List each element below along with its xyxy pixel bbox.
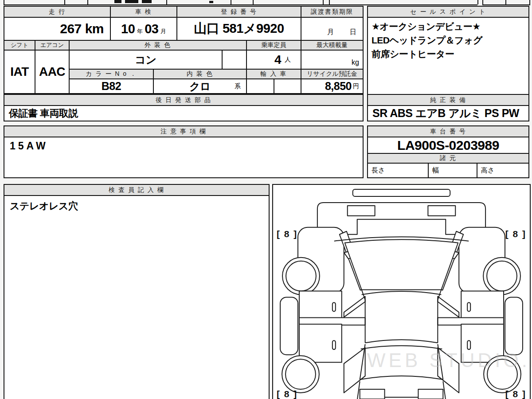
inspection-month-unit: 月 — [160, 28, 166, 35]
inspection-value-cell: 10 年 03 月 — [110, 17, 177, 41]
import-car-cell-1 — [246, 78, 274, 94]
grade-mark-rear-right: [ 8 ] — [505, 389, 526, 399]
later-parts-value: 保証書 車両取説 — [9, 107, 78, 120]
mileage-value-cell: 267 km — [4, 17, 111, 41]
transfer-day-unit: 日 — [350, 28, 356, 36]
notes-value: 15AW — [10, 140, 48, 152]
rear-bumper-left-shape — [360, 389, 385, 399]
max-load-unit: kg — [352, 59, 359, 66]
grade-mark-front-right: [ 8 ] — [505, 229, 526, 239]
sales-point-box: ★オークションデビュー★ LEDヘッドランプ＆フォグ 前席シートヒーター — [367, 17, 529, 95]
interior-color-suffix: 系 — [235, 82, 241, 90]
shift-header: シフト — [4, 40, 35, 51]
exterior-color-value-cell: コン — [69, 50, 223, 70]
sales-point-line: LEDヘッドランプ＆フォグ — [372, 33, 525, 47]
shift-value: IAT — [10, 65, 29, 79]
genuine-equipment-header: 純 正 装 備 — [367, 94, 529, 106]
registration-header: 登 録 番 号 — [176, 6, 301, 18]
max-load-value-cell: kg — [301, 50, 364, 70]
genuine-equipment-value: SR ABS エアB アルミ PS PW — [372, 106, 519, 121]
roof-front-line — [362, 291, 442, 294]
registration-value-cell: 山口 581メ9920 — [176, 17, 301, 41]
aircon-header: エアコン — [35, 40, 70, 51]
transfer-deadline-header: 譲渡書類期限 — [301, 6, 364, 18]
inspection-header: 車 検 — [110, 6, 177, 18]
exterior-color-value: コン — [135, 53, 156, 67]
chassis-header: 車 台 番 号 — [367, 125, 529, 137]
notes-header: 注 意 事 項 欄 — [4, 125, 364, 137]
inspection-year: 10 — [121, 22, 135, 36]
chassis-value: LA900S-0203989 — [397, 138, 499, 153]
registration-value: 山口 581メ9920 — [194, 20, 284, 38]
import-car-header: 輸 入 車 — [246, 69, 301, 79]
inspection-month: 03 — [145, 22, 158, 36]
grade-mark-rear-left: [ 8 ] — [277, 389, 297, 399]
color-no-value: B82 — [102, 80, 121, 93]
car-body-diagram: [ 8 ] [ 8 ] [ 8 ] [ 8 ] — [273, 185, 530, 399]
inspector-notes-box: ステレオレス穴 — [4, 195, 270, 399]
car-diagram-box: [ 8 ] [ 8 ] [ 8 ] [ 8 ] — [272, 184, 531, 399]
recycle-deposit-value: 8,850 — [325, 80, 352, 93]
color-no-value-cell: B82 — [69, 78, 154, 94]
notes-box: 15AW — [4, 137, 364, 178]
sales-point-header: セ ー ル ス ポ イ ン ト — [367, 6, 529, 18]
recycle-deposit-value-cell: 8,850 円 — [301, 78, 364, 94]
recycle-deposit-header: リサイクル預託金 — [301, 69, 364, 79]
spec-length-cell: 長さ — [367, 163, 429, 178]
interior-color-value: クロ — [189, 79, 211, 94]
recycle-deposit-unit: 円 — [353, 82, 359, 90]
transfer-month-unit: 月 — [327, 28, 334, 36]
exterior-color-header: 外 装 色 — [69, 40, 247, 51]
later-parts-header: 後 日 発 送 部 品 — [4, 94, 364, 106]
rear-window-top-line — [361, 346, 442, 349]
specs-header: 諸 元 — [367, 153, 529, 164]
rear-window-sides — [360, 344, 443, 379]
sales-point-line: ★オークションデビュー★ — [372, 20, 525, 33]
grille-right-shape — [428, 206, 455, 216]
inspector-notes-header: 検 査 員 記 入 欄 — [4, 184, 270, 196]
capacity-value-cell: 4 人 — [246, 50, 301, 70]
inspector-notes-value: ステレオレス穴 — [10, 200, 78, 211]
color-no-header: カ ラ ー N o ． — [69, 69, 154, 79]
front-clip-shape — [317, 203, 485, 235]
rear-bumper-right-shape — [418, 389, 443, 399]
interior-color-value-cell: クロ 系 — [153, 78, 247, 94]
rear-window-bottom-line — [360, 376, 443, 379]
exterior-color-extra-cell — [222, 50, 247, 70]
auction-sheet: 走 行 車 検 登 録 番 号 譲渡書類期限 267 km 10 年 03 月 … — [0, 0, 532, 399]
grade-mark-front-left: [ 8 ] — [277, 229, 297, 239]
later-parts-value-cell: 保証書 車両取説 — [4, 105, 364, 121]
spec-height-cell: 高さ — [477, 163, 529, 178]
capacity-unit: 人 — [285, 56, 291, 64]
capacity-header: 乗車定員 — [246, 40, 301, 51]
roof-rear-line — [365, 340, 438, 343]
sales-point-line: 前席シートヒーター — [372, 47, 525, 61]
genuine-equipment-value-cell: SR ABS エアB アルミ PS PW — [367, 105, 529, 121]
windshield-shape — [345, 239, 458, 289]
mileage-value: 267 km — [60, 21, 104, 36]
chassis-value-cell: LA900S-0203989 — [367, 137, 529, 154]
interior-color-header: 内 装 色 — [153, 69, 247, 79]
front-bumper-shape — [353, 189, 450, 196]
grille-left-shape — [348, 206, 375, 216]
spec-width-cell: 幅 — [428, 163, 477, 178]
transfer-deadline-cell: 月 日 — [301, 17, 364, 41]
mileage-header: 走 行 — [4, 6, 111, 18]
max-load-header: 最大積載量 — [301, 40, 364, 51]
aircon-value-cell: AAC — [35, 50, 70, 94]
inspection-year-unit: 年 — [137, 28, 143, 35]
shift-value-cell: IAT — [4, 50, 35, 94]
aircon-value: AAC — [39, 65, 65, 79]
capacity-value: 4 — [274, 53, 281, 67]
import-car-cell-2 — [274, 78, 301, 94]
